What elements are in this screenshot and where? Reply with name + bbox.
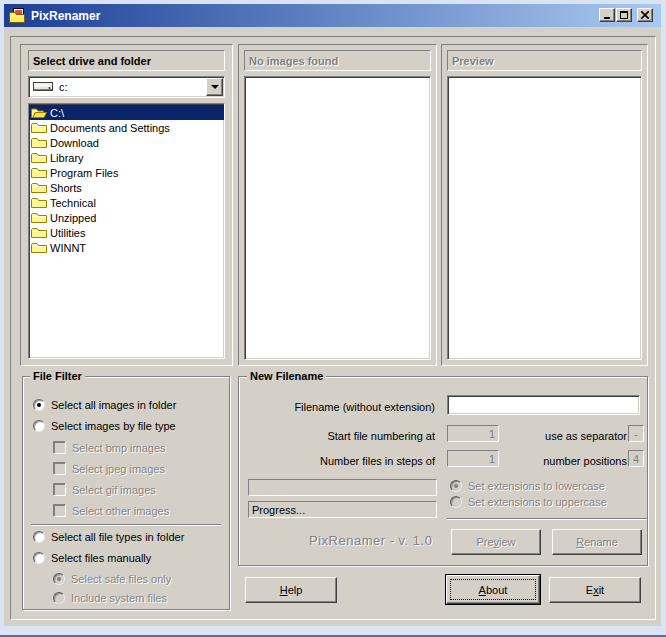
version-text: PixRenamer - v. 1.0 <box>309 533 432 548</box>
file-filter-title: File Filter <box>30 369 85 383</box>
separator-label: use as separator <box>509 430 627 442</box>
radio-icon <box>33 420 45 432</box>
checkbox-icon <box>53 504 66 517</box>
folder-item[interactable]: Program Files <box>29 165 224 180</box>
folder-name: WINNT <box>50 242 86 254</box>
folder-item[interactable]: Download <box>29 135 224 150</box>
about-button[interactable]: About <box>446 575 540 604</box>
preview-panel-header-label: Preview <box>452 55 494 67</box>
folder-closed-icon <box>31 211 48 224</box>
extensions-separator <box>447 518 647 520</box>
radio-icon <box>53 573 65 585</box>
exit-button[interactable]: Exit <box>549 577 641 603</box>
progress-box: Progress... <box>248 501 437 518</box>
filename-label: Filename (without extension) <box>247 401 435 413</box>
folder-item[interactable]: Shorts <box>29 180 224 195</box>
checkbox-label: Select gif images <box>72 484 156 496</box>
radio-extensions-uppercase: Set extensions to uppercase <box>450 496 607 508</box>
folder-item[interactable]: Documents and Settings <box>29 120 224 135</box>
checkbox-label: Select bmp images <box>72 442 166 454</box>
steps-input: 1 <box>447 450 499 467</box>
chevron-down-icon <box>211 85 219 89</box>
preview-panel-header: Preview <box>447 50 642 71</box>
folder-name: Library <box>50 152 84 164</box>
folder-name: Program Files <box>50 167 118 179</box>
radio-label: Select safe files only <box>71 573 171 585</box>
folder-item[interactable]: Library <box>29 150 224 165</box>
checkbox-icon <box>53 483 66 496</box>
folder-name: Download <box>50 137 99 149</box>
new-filename-group: New Filename Filename (without extension… <box>238 376 648 566</box>
drive-combobox[interactable]: c: <box>28 76 225 98</box>
radio-label: Select all images in folder <box>51 399 176 411</box>
drive-panel-header: Select drive and folder <box>28 50 225 71</box>
checkbox-label: Select other images <box>72 505 169 517</box>
radio-label: Set extensions to uppercase <box>468 496 607 508</box>
radio-label: Select all file types in folder <box>51 531 184 543</box>
checkbox-select-jpeg: Select jpeg images <box>53 462 165 475</box>
checkbox-select-other: Select other images <box>53 504 169 517</box>
radio-label: Set extensions to lowercase <box>468 480 605 492</box>
images-list[interactable] <box>244 76 431 360</box>
drive-icon <box>33 81 54 93</box>
radio-include-system-files: Include system files <box>53 592 167 604</box>
preview-box <box>447 76 642 360</box>
folder-closed-icon <box>31 226 48 239</box>
radio-icon <box>33 399 45 411</box>
folder-closed-icon <box>31 136 48 149</box>
folder-item[interactable]: Unzipped <box>29 210 224 225</box>
drive-combo-dropdown-button[interactable] <box>206 78 223 96</box>
folder-item[interactable]: Technical <box>29 195 224 210</box>
folder-closed-icon <box>31 166 48 179</box>
drive-panel-header-label: Select drive and folder <box>33 55 151 67</box>
file-filter-group: File Filter Select all images in folder … <box>22 376 230 610</box>
folder-name: Unzipped <box>50 212 96 224</box>
checkbox-label: Select jpeg images <box>72 463 165 475</box>
folder-name: Shorts <box>50 182 82 194</box>
help-button[interactable]: Help <box>245 577 337 603</box>
positions-input: 4 <box>628 450 644 467</box>
minimize-icon <box>604 17 610 19</box>
maximize-icon <box>620 11 628 19</box>
radio-select-all-images[interactable]: Select all images in folder <box>33 399 176 411</box>
checkbox-select-bmp: Select bmp images <box>53 441 166 454</box>
radio-select-by-type[interactable]: Select images by file type <box>33 420 176 432</box>
window-title: PixRenamer <box>31 9 100 23</box>
radio-icon <box>450 496 462 508</box>
close-icon <box>641 11 649 19</box>
folder-name: Utilities <box>50 227 85 239</box>
maximize-button[interactable] <box>616 8 632 22</box>
steps-label: Number files in steps of <box>247 455 435 467</box>
checkbox-icon <box>53 462 66 475</box>
close-button[interactable] <box>637 8 653 22</box>
status-box <box>248 479 437 496</box>
title-bar[interactable]: PixRenamer <box>4 4 661 27</box>
radio-icon <box>33 552 45 564</box>
radio-label: Select images by file type <box>51 420 176 432</box>
folder-item[interactable]: C:\ <box>29 105 224 120</box>
folder-item[interactable]: Utilities <box>29 225 224 240</box>
radio-icon <box>450 480 462 492</box>
radio-icon <box>53 592 65 604</box>
folder-closed-icon <box>31 151 48 164</box>
filter-separator <box>31 524 221 526</box>
folder-list[interactable]: C:\Documents and SettingsDownloadLibrary… <box>28 103 225 359</box>
new-filename-title: New Filename <box>247 369 326 383</box>
folder-open-icon <box>31 106 48 119</box>
filename-input[interactable] <box>447 395 640 415</box>
drive-combo-value: c: <box>59 81 206 93</box>
images-panel-header-label: No images found <box>249 55 338 67</box>
radio-label: Include system files <box>71 592 167 604</box>
folder-item[interactable]: WINNT <box>29 240 224 255</box>
radio-select-all-files[interactable]: Select all file types in folder <box>33 531 184 543</box>
minimize-button[interactable] <box>599 8 615 22</box>
pixrenamer-window: { "window": { "title": "PixRenamer" }, "… <box>0 0 666 637</box>
folder-name: Documents and Settings <box>50 122 170 134</box>
radio-select-manually[interactable]: Select files manually <box>33 552 151 564</box>
folder-closed-icon <box>31 181 48 194</box>
preview-button: Preview <box>451 529 541 555</box>
checkbox-icon <box>53 441 66 454</box>
images-panel-header: No images found <box>244 50 431 71</box>
radio-extensions-lowercase: Set extensions to lowercase <box>450 480 605 492</box>
folder-name: Technical <box>50 197 96 209</box>
